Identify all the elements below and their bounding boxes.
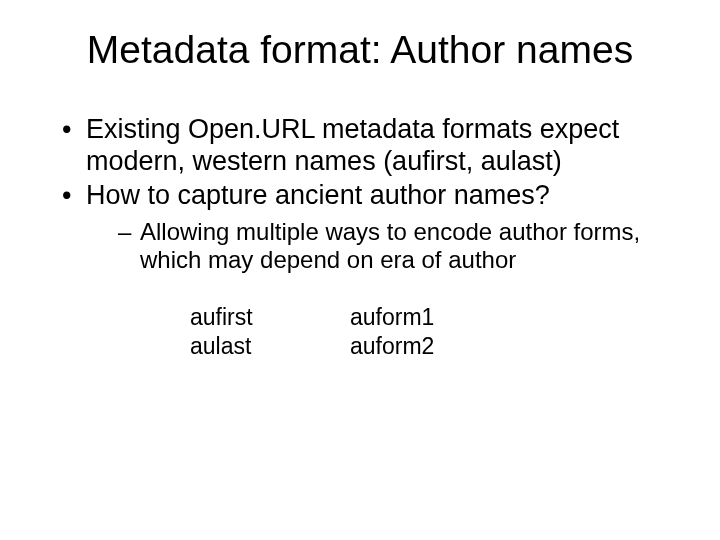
bullet-item: How to capture ancient author names? All… <box>62 180 680 275</box>
slide-title: Metadata format: Author names <box>40 28 680 72</box>
field-name: aulast <box>190 332 350 361</box>
column-left: aufirst aulast <box>190 303 350 361</box>
field-columns: aufirst aulast auform1 auform2 <box>40 303 680 361</box>
column-right: auform1 auform2 <box>350 303 510 361</box>
field-name: auform1 <box>350 303 510 332</box>
field-name: aufirst <box>190 303 350 332</box>
sub-bullet-item: Allowing multiple ways to encode author … <box>118 218 680 276</box>
slide: Metadata format: Author names Existing O… <box>0 0 720 540</box>
bullet-text: Existing Open.URL metadata formats expec… <box>86 114 619 176</box>
field-name: auform2 <box>350 332 510 361</box>
bullet-list: Existing Open.URL metadata formats expec… <box>40 114 680 275</box>
sub-bullet-list: Allowing multiple ways to encode author … <box>86 218 680 276</box>
bullet-text: How to capture ancient author names? <box>86 180 550 210</box>
bullet-item: Existing Open.URL metadata formats expec… <box>62 114 680 178</box>
sub-bullet-text: Allowing multiple ways to encode author … <box>140 218 640 274</box>
